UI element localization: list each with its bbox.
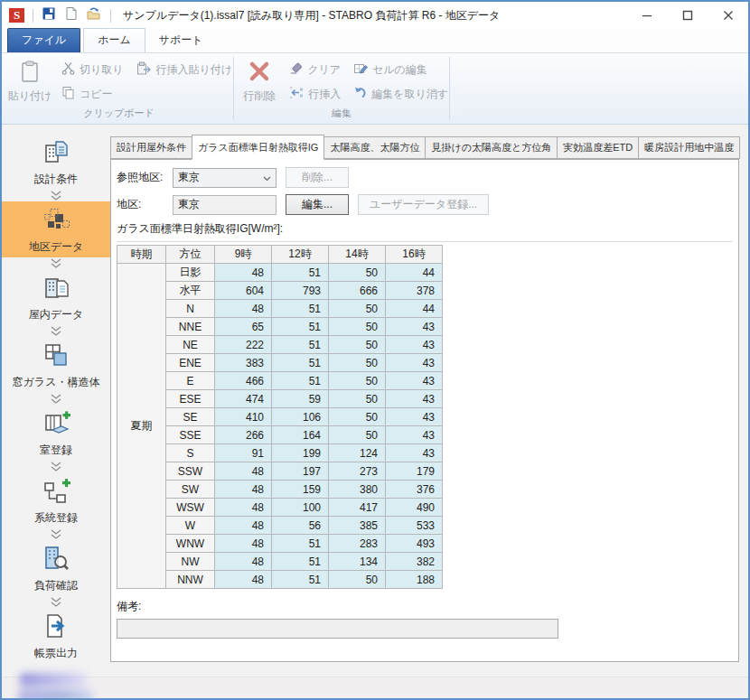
- value-cell[interactable]: 44: [386, 300, 443, 318]
- value-cell[interactable]: 50: [329, 318, 386, 336]
- value-cell[interactable]: 51: [272, 535, 329, 553]
- value-cell[interactable]: 283: [329, 535, 386, 553]
- insert-row-paste-button[interactable]: 行挿入貼り付け: [136, 61, 233, 78]
- value-cell[interactable]: 385: [329, 517, 386, 535]
- maximize-button[interactable]: [667, 2, 708, 29]
- value-cell[interactable]: 43: [386, 408, 443, 426]
- value-cell[interactable]: 43: [386, 390, 443, 408]
- value-cell[interactable]: 91: [215, 444, 272, 462]
- value-cell[interactable]: 100: [272, 499, 329, 517]
- value-cell[interactable]: 376: [386, 481, 443, 499]
- district-field[interactable]: 東京: [173, 195, 277, 215]
- sidebar-item-load-check[interactable]: 負荷確認: [2, 540, 110, 596]
- value-cell[interactable]: 134: [329, 553, 386, 571]
- sidebar-item-design-conditions[interactable]: 設計条件: [2, 134, 110, 190]
- sidebar-item-report-output[interactable]: 帳票出力: [2, 608, 110, 664]
- user-data-register-button[interactable]: ユーザーデータ登録...: [358, 194, 489, 215]
- ribbon-tab-support[interactable]: サポート: [145, 29, 217, 52]
- value-cell[interactable]: 59: [272, 390, 329, 408]
- value-cell[interactable]: 65: [215, 318, 272, 336]
- ribbon-tab-home[interactable]: ホーム: [83, 28, 145, 53]
- value-cell[interactable]: 666: [329, 282, 386, 300]
- undo-button[interactable]: 編集を取り消す: [353, 86, 448, 102]
- copy-button[interactable]: コピー: [61, 86, 113, 102]
- remarks-field[interactable]: [117, 619, 558, 639]
- value-cell[interactable]: 43: [386, 426, 443, 444]
- value-cell[interactable]: 50: [329, 354, 386, 372]
- value-cell[interactable]: 378: [386, 282, 443, 300]
- save-icon[interactable]: [42, 6, 56, 24]
- content-tab-4[interactable]: 実効温度差ETD: [558, 136, 639, 159]
- value-cell[interactable]: 43: [386, 318, 443, 336]
- content-tab-5[interactable]: 暖房設計用地中温度: [639, 136, 740, 159]
- value-cell[interactable]: 43: [386, 336, 443, 354]
- value-cell[interactable]: 604: [215, 282, 272, 300]
- ribbon-tab-file[interactable]: ファイル: [7, 28, 80, 52]
- value-cell[interactable]: 50: [329, 372, 386, 390]
- value-cell[interactable]: 533: [386, 517, 443, 535]
- value-cell[interactable]: 273: [329, 462, 386, 481]
- insert-row-button[interactable]: 行挿入: [289, 86, 341, 102]
- reference-district-combobox[interactable]: 東京: [173, 168, 277, 188]
- value-cell[interactable]: 48: [215, 553, 272, 571]
- value-cell[interactable]: 199: [272, 444, 329, 462]
- value-cell[interactable]: 222: [215, 336, 272, 354]
- value-cell[interactable]: 51: [272, 372, 329, 390]
- value-cell[interactable]: 380: [329, 481, 386, 499]
- value-cell[interactable]: 43: [386, 354, 443, 372]
- value-cell[interactable]: 490: [386, 499, 443, 517]
- delete-row-button[interactable]: 行削除: [235, 56, 284, 104]
- cut-button[interactable]: 切り取り: [61, 61, 124, 78]
- value-cell[interactable]: 51: [272, 264, 329, 282]
- minimize-button[interactable]: [626, 2, 667, 29]
- value-cell[interactable]: 50: [329, 390, 386, 408]
- value-cell[interactable]: 164: [272, 426, 329, 444]
- open-folder-icon[interactable]: [86, 6, 102, 24]
- paste-button[interactable]: 貼り付け: [5, 56, 54, 104]
- content-tab-2[interactable]: 太陽高度、太陽方位: [324, 136, 426, 159]
- value-cell[interactable]: 410: [215, 408, 272, 426]
- close-button[interactable]: [708, 2, 748, 29]
- value-cell[interactable]: 793: [272, 282, 329, 300]
- value-cell[interactable]: 43: [386, 444, 443, 462]
- value-cell[interactable]: 474: [215, 390, 272, 408]
- value-cell[interactable]: 44: [386, 264, 443, 282]
- value-cell[interactable]: 179: [386, 462, 443, 481]
- new-document-icon[interactable]: [64, 6, 78, 24]
- value-cell[interactable]: 51: [272, 571, 329, 589]
- value-cell[interactable]: 51: [272, 336, 329, 354]
- value-cell[interactable]: 43: [386, 372, 443, 390]
- value-cell[interactable]: 383: [215, 354, 272, 372]
- edit-cell-button[interactable]: セルの編集: [353, 61, 427, 78]
- value-cell[interactable]: 50: [329, 264, 386, 282]
- content-tab-3[interactable]: 見掛けの太陽高度と方位角: [426, 136, 558, 159]
- value-cell[interactable]: 48: [215, 535, 272, 553]
- value-cell[interactable]: 50: [329, 336, 386, 354]
- value-cell[interactable]: 493: [386, 535, 443, 553]
- value-cell[interactable]: 50: [329, 300, 386, 318]
- value-cell[interactable]: 48: [215, 571, 272, 589]
- sidebar-item-indoor-data[interactable]: 屋内データ: [2, 269, 110, 325]
- value-cell[interactable]: 197: [272, 462, 329, 481]
- clear-button[interactable]: クリア: [289, 61, 341, 78]
- value-cell[interactable]: 266: [215, 426, 272, 444]
- value-cell[interactable]: 124: [329, 444, 386, 462]
- value-cell[interactable]: 159: [272, 481, 329, 499]
- value-cell[interactable]: 48: [215, 499, 272, 517]
- value-cell[interactable]: 51: [272, 318, 329, 336]
- value-cell[interactable]: 466: [215, 372, 272, 390]
- value-cell[interactable]: 50: [329, 426, 386, 444]
- sidebar-item-district-data[interactable]: 地区データ: [2, 201, 110, 257]
- value-cell[interactable]: 48: [215, 462, 272, 481]
- value-cell[interactable]: 51: [272, 354, 329, 372]
- delete-district-button[interactable]: 削除...: [286, 167, 349, 188]
- content-tab-1[interactable]: ガラス面標準日射熱取得IG: [192, 135, 324, 160]
- value-cell[interactable]: 48: [215, 517, 272, 535]
- value-cell[interactable]: 50: [329, 571, 386, 589]
- value-cell[interactable]: 48: [215, 300, 272, 318]
- value-cell[interactable]: 50: [329, 408, 386, 426]
- value-cell[interactable]: 188: [386, 571, 443, 589]
- sidebar-item-system-registration[interactable]: 系統登録: [2, 472, 110, 528]
- value-cell[interactable]: 51: [272, 300, 329, 318]
- sidebar-item-room-registration[interactable]: 室登録: [2, 405, 110, 461]
